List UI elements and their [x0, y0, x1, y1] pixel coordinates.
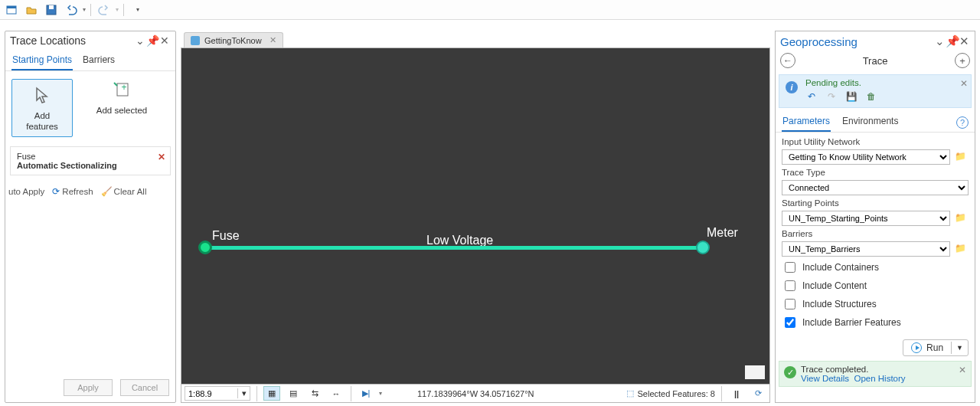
overview-icon[interactable]	[745, 365, 765, 379]
new-project-icon[interactable]	[3, 2, 20, 18]
info-icon: i	[786, 81, 798, 93]
meter-point[interactable]	[696, 241, 710, 254]
input-network-select[interactable]: Getting To Know Utility Network	[782, 149, 950, 165]
add-selected-button[interactable]: + Add selected	[91, 79, 152, 137]
pin-icon[interactable]: 📌	[146, 34, 158, 47]
constraints-icon[interactable]: ⇆	[306, 386, 323, 401]
discard-edits-icon[interactable]: 🗑	[865, 90, 877, 103]
tab-environments[interactable]: Environments	[841, 113, 899, 132]
refresh-icon: ⟳	[52, 186, 60, 197]
fuse-point[interactable]	[198, 241, 212, 254]
gp-tabs: Parameters Environments ?	[776, 108, 975, 133]
run-button[interactable]: Run ▼	[903, 339, 969, 356]
apply-button[interactable]: Apply	[64, 379, 113, 396]
pin-icon[interactable]: 📌	[946, 34, 958, 48]
cancel-button[interactable]: Cancel	[120, 379, 169, 396]
map-canvas[interactable]: Fuse Low Voltage Meter	[181, 47, 770, 385]
cursor-icon	[27, 84, 57, 107]
save-edits-icon[interactable]: 💾	[845, 90, 858, 103]
add-tool-icon[interactable]: +	[955, 53, 970, 68]
close-icon[interactable]: ✕	[958, 34, 970, 48]
snapping-icon[interactable]: ▦	[263, 386, 280, 401]
barriers-select[interactable]: UN_Temp_Barriers	[782, 241, 950, 257]
parameters-panel: Input Utility Network Getting To Know Ut…	[776, 133, 975, 335]
pane-header: Trace Locations ⌄ 📌 ✕	[5, 31, 175, 50]
svg-text:+: +	[121, 82, 126, 93]
pause-draw-icon[interactable]: ||	[728, 386, 745, 401]
broom-icon: 🧹	[101, 186, 112, 197]
svg-line-5	[114, 83, 117, 86]
browse-icon[interactable]: 📁	[955, 243, 969, 255]
cb-include-barrier-features[interactable]: Include Barrier Features	[782, 315, 969, 330]
map-tab[interactable]: GettingToKnow ✕	[184, 32, 283, 47]
gp-nav: ← Trace +	[776, 51, 975, 70]
chevron-down-icon[interactable]: ⌄	[933, 34, 946, 48]
starting-points-select[interactable]: UN_Temp_Starting_Points	[782, 211, 950, 226]
scale-field[interactable]	[185, 389, 237, 398]
cb-include-containers[interactable]: Include Containers	[782, 260, 969, 275]
dynamic-con-icon[interactable]: ▶|	[358, 386, 374, 401]
undo-edit-icon[interactable]: ↶	[805, 90, 818, 103]
browse-icon[interactable]: 📁	[955, 212, 969, 224]
grid-icon[interactable]: ▤	[285, 386, 302, 401]
quick-access-toolbar: ▾ ▾ ▾	[0, 0, 980, 20]
selected-features-count: Selected Features: 8	[637, 389, 715, 398]
clear-all-button[interactable]: 🧹Clear All	[101, 186, 147, 197]
low-voltage-line	[204, 246, 706, 250]
run-dropdown-icon[interactable]: ▼	[951, 342, 968, 354]
close-status-icon[interactable]: ✕	[959, 365, 966, 375]
open-project-icon[interactable]	[23, 2, 40, 18]
tab-parameters[interactable]: Parameters	[782, 113, 831, 132]
correction-icon[interactable]: ↔	[328, 386, 345, 401]
close-tab-icon[interactable]: ✕	[270, 35, 276, 45]
map-tab-label: GettingToKnow	[204, 36, 262, 45]
item-subtitle: Automatic Sectionalizing	[17, 161, 164, 170]
item-title: Fuse	[17, 152, 164, 161]
redo-edit-icon[interactable]: ↷	[825, 90, 838, 103]
success-icon: ✓	[784, 366, 796, 378]
refresh-map-icon[interactable]: ⟳	[750, 386, 766, 401]
cb-include-content[interactable]: Include Content	[782, 278, 969, 293]
trace-type-select[interactable]: Connected	[782, 180, 969, 195]
status-bar: ▾ ▦ ▤ ⇆ ↔ ▶| ▾ 117.1839964°W 34.0571627°…	[181, 385, 770, 403]
undo-icon[interactable]	[63, 2, 80, 18]
refresh-button[interactable]: ⟳Refresh	[52, 186, 93, 197]
selection-icon[interactable]: ⬚	[626, 388, 634, 398]
fuse-label: Fuse	[212, 229, 240, 243]
save-icon[interactable]	[43, 2, 60, 18]
gp-header: Geoprocessing ⌄ 📌 ✕	[776, 31, 975, 51]
trace-locations-pane: Trace Locations ⌄ 📌 ✕ Starting Points Ba…	[5, 31, 176, 403]
play-icon	[911, 342, 922, 353]
scale-input[interactable]: ▾	[185, 386, 250, 401]
scale-dropdown-icon[interactable]: ▾	[237, 388, 250, 398]
gp-title: Geoprocessing	[780, 35, 933, 48]
delete-item-icon[interactable]: ✕	[158, 152, 165, 162]
label-trace-type: Trace Type	[782, 168, 969, 177]
starting-point-item[interactable]: Fuse Automatic Sectionalizing ✕	[10, 146, 171, 175]
geoprocessing-pane: Geoprocessing ⌄ 📌 ✕ ← Trace + i ✕ Pendin…	[775, 31, 975, 403]
back-icon[interactable]: ←	[780, 53, 795, 68]
add-selected-icon: +	[106, 79, 137, 102]
tab-barriers[interactable]: Barriers	[82, 50, 116, 70]
left-actions-bar: uto Apply ⟳Refresh 🧹Clear All	[5, 182, 175, 201]
browse-icon[interactable]: 📁	[955, 151, 969, 163]
gp-tool-name: Trace	[795, 55, 955, 67]
close-banner-icon[interactable]: ✕	[960, 78, 968, 89]
view-details-link[interactable]: View Details	[801, 374, 849, 383]
add-features-button[interactable]: Addfeatures	[11, 79, 73, 137]
chevron-down-icon[interactable]: ⌄	[134, 34, 146, 47]
tab-starting-points[interactable]: Starting Points	[11, 50, 73, 70]
cb-include-structures[interactable]: Include Structures	[782, 296, 969, 312]
close-icon[interactable]: ✕	[158, 34, 171, 47]
customize-qat-icon[interactable]: ▾	[129, 2, 145, 18]
help-icon[interactable]: ?	[956, 116, 969, 129]
auto-apply-toggle[interactable]: uto Apply	[8, 187, 44, 196]
redo-icon[interactable]	[96, 2, 113, 18]
run-status-banner: ✓ ✕ Trace completed. View Details Open H…	[779, 361, 972, 387]
label-barriers: Barriers	[782, 229, 969, 238]
svg-rect-1	[7, 6, 16, 8]
label-input-network: Input Utility Network	[782, 137, 969, 146]
open-history-link[interactable]: Open History	[854, 374, 905, 383]
pending-edits-banner: i ✕ Pending edits. ↶ ↷ 💾 🗑	[779, 74, 972, 108]
map-icon	[191, 36, 200, 45]
